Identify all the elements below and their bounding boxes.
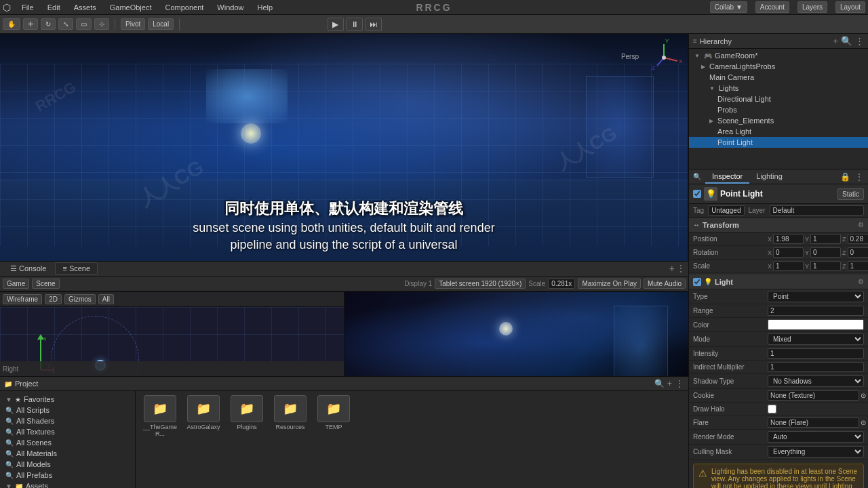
all-textures[interactable]: 🔍 All Textures: [0, 426, 135, 437]
mute-btn[interactable]: Mute Audio: [644, 279, 686, 289]
account-btn[interactable]: Account: [755, 1, 789, 13]
left-vp-shaded[interactable]: Wireframe: [3, 294, 42, 304]
favorites-header[interactable]: ▼ ★ Favorites: [0, 394, 135, 405]
pos-y-input[interactable]: [810, 234, 841, 244]
culling-dropdown[interactable]: Everything: [768, 446, 864, 458]
color-picker[interactable]: [768, 319, 864, 330]
tool-rotate[interactable]: ↻: [41, 18, 56, 30]
left-vp-all[interactable]: All: [98, 294, 114, 304]
layers-btn[interactable]: Layers: [797, 1, 827, 13]
shadow-dropdown[interactable]: No Shadows: [768, 375, 864, 387]
thegameroom-asset[interactable]: 📁 __TheGameR...: [140, 395, 180, 437]
plugins-asset[interactable]: 📁 Plugins: [226, 395, 267, 437]
all-scripts[interactable]: 🔍 All Scripts: [0, 405, 135, 415]
mode-dropdown[interactable]: Mixed: [768, 333, 864, 345]
astrogalaxy-asset[interactable]: 📁 AstroGalaxy: [183, 395, 224, 437]
layout-btn[interactable]: Layout: [835, 1, 865, 13]
scale-x-input[interactable]: [773, 261, 804, 271]
menu-gameobject[interactable]: GameObject: [107, 2, 155, 13]
all-prefabs[interactable]: 🔍 All Prefabs: [0, 470, 135, 481]
menu-window[interactable]: Window: [214, 2, 246, 13]
game-tab-btn[interactable]: Game: [3, 279, 29, 289]
pos-x-input[interactable]: [773, 234, 804, 244]
step-btn[interactable]: ⏭: [366, 18, 382, 31]
hierarchy-add[interactable]: +: [833, 36, 838, 46]
range-input[interactable]: [768, 306, 864, 316]
viewport-gizmo[interactable]: Y X Z: [644, 37, 684, 78]
all-scenes[interactable]: 🔍 All Scenes: [0, 437, 135, 448]
rot-y-input[interactable]: [810, 247, 841, 258]
tool-scale[interactable]: ⤡: [58, 18, 73, 30]
scale-y-input[interactable]: [810, 261, 841, 271]
flare-select-icon[interactable]: ⊙: [861, 419, 866, 426]
intensity-input[interactable]: [768, 348, 864, 359]
right-bottom-vp[interactable]: [344, 291, 688, 377]
static-btn[interactable]: Static: [837, 188, 864, 200]
hierarchy-search[interactable]: 🔍: [841, 36, 852, 46]
menu-component[interactable]: Component: [162, 2, 206, 13]
menu-file[interactable]: File: [19, 2, 37, 13]
h-scene-elements[interactable]: ▶ Scene_Elements: [689, 115, 868, 126]
h-probs[interactable]: Probs: [689, 104, 868, 115]
h-maincamera[interactable]: Main Camera: [689, 72, 868, 83]
temp-asset[interactable]: 📁 TEMP: [313, 395, 354, 437]
lighting-tab[interactable]: Lighting: [749, 170, 789, 184]
inspector-tab[interactable]: Inspector: [705, 170, 749, 184]
scene-tab-btn2[interactable]: Scene: [32, 279, 59, 289]
all-shaders[interactable]: 🔍 All Shaders: [0, 415, 135, 426]
bottom-panel-add[interactable]: +: [669, 263, 675, 274]
h-arealight[interactable]: Area Light: [689, 126, 868, 137]
project-menu[interactable]: ⋮: [675, 378, 684, 389]
h-pointlight[interactable]: Point Light: [689, 137, 868, 148]
console-tab[interactable]: ☰ Console: [3, 262, 54, 275]
hierarchy-menu[interactable]: ⋮: [855, 36, 864, 46]
tag-value[interactable]: Untagged: [708, 205, 744, 216]
collab-btn[interactable]: Collab ▼: [710, 1, 747, 13]
tool-transform[interactable]: ⊹: [94, 18, 109, 30]
cookie-select-icon[interactable]: ⊙: [861, 392, 866, 399]
h-cameralightsprobs[interactable]: ▶ CameraLightsProbs: [689, 61, 868, 72]
left-bottom-vp[interactable]: Wireframe 2D Gizmos All Y: [0, 291, 344, 377]
tool-hand[interactable]: ✋: [3, 18, 20, 30]
light-active-checkbox[interactable]: [693, 278, 701, 286]
type-dropdown[interactable]: Point: [768, 291, 864, 302]
top-viewport[interactable]: ≡ Scene Shaded 2D ☀ ♪ ✦ Gizmos All ⬜ ⋮: [0, 34, 688, 262]
h-directionallight[interactable]: Directional Light: [689, 94, 868, 104]
left-vp-2d[interactable]: 2D: [45, 294, 62, 304]
indirect-input[interactable]: [768, 362, 864, 372]
project-search[interactable]: 🔍: [654, 379, 665, 388]
object-active-checkbox[interactable]: [693, 190, 701, 198]
flare-input[interactable]: [768, 418, 859, 428]
pivot-btn[interactable]: Pivot: [121, 18, 145, 30]
menu-help[interactable]: Help: [254, 2, 275, 13]
local-btn[interactable]: Local: [148, 18, 174, 30]
inspector-lock[interactable]: 🔒: [840, 172, 850, 182]
tool-rect[interactable]: ▭: [76, 18, 92, 30]
h-lights[interactable]: ▼ Lights: [689, 83, 868, 94]
layer-value[interactable]: Default: [770, 205, 864, 216]
screen-btn[interactable]: Tablet screen 1920 (1920×): [435, 279, 526, 289]
play-btn[interactable]: ▶: [328, 18, 344, 31]
menu-assets[interactable]: Assets: [71, 2, 99, 13]
draw-halo-checkbox[interactable]: [768, 405, 776, 413]
menu-edit[interactable]: Edit: [45, 2, 63, 13]
inspector-menu[interactable]: ⋮: [854, 171, 864, 182]
h-gameroom[interactable]: ▼ 🎮 GameRoom*: [689, 50, 868, 61]
maximize-btn[interactable]: Maximize On Play: [578, 279, 641, 289]
scale-z-input[interactable]: [848, 261, 868, 271]
resources-asset[interactable]: 📁 Resources: [270, 395, 311, 437]
bottom-panel-menu[interactable]: ⋮: [676, 263, 686, 274]
pause-btn[interactable]: ⏸: [347, 18, 363, 31]
scene-tab-bottom[interactable]: ≡ Scene: [55, 262, 98, 274]
light-component-header[interactable]: 💡 Light ⚙: [689, 274, 868, 289]
project-add[interactable]: +: [667, 379, 672, 388]
all-materials[interactable]: 🔍 All Materials: [0, 448, 135, 459]
rot-x-input[interactable]: [773, 247, 804, 258]
cookie-input[interactable]: [768, 390, 859, 401]
render-mode-dropdown[interactable]: Auto: [768, 431, 864, 443]
all-models[interactable]: 🔍 All Models: [0, 459, 135, 470]
rot-z-input[interactable]: [848, 247, 868, 258]
left-vp-gizmos[interactable]: Gizmos: [64, 294, 96, 304]
assets-header[interactable]: ▼ 📁 Assets: [0, 481, 135, 488]
tool-move[interactable]: ✛: [23, 18, 38, 30]
